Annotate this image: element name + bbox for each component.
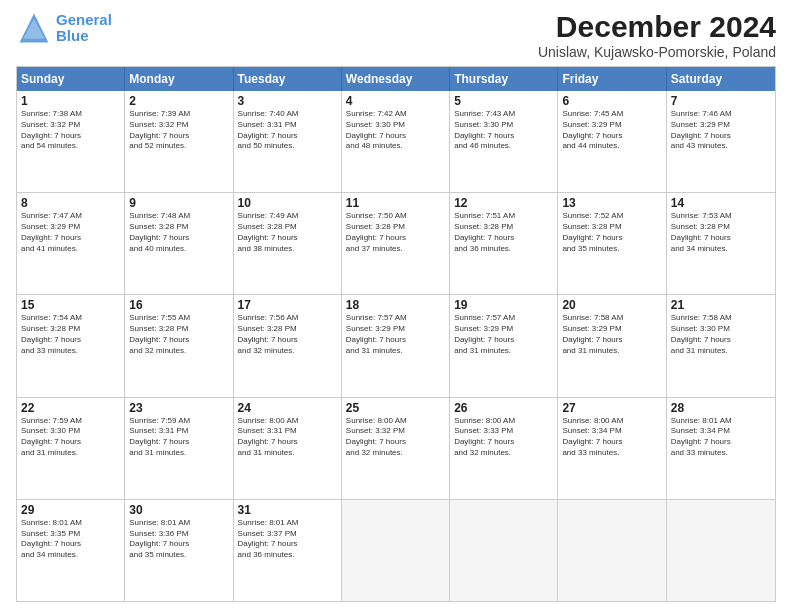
logo-text: General Blue (56, 12, 112, 45)
cal-cell: 11Sunrise: 7:50 AMSunset: 3:28 PMDayligh… (342, 193, 450, 294)
cal-cell: 9Sunrise: 7:48 AMSunset: 3:28 PMDaylight… (125, 193, 233, 294)
cal-cell: 25Sunrise: 8:00 AMSunset: 3:32 PMDayligh… (342, 398, 450, 499)
cal-cell: 17Sunrise: 7:56 AMSunset: 3:28 PMDayligh… (234, 295, 342, 396)
page: General Blue December 2024 Unislaw, Kuja… (0, 0, 792, 612)
cal-cell: 22Sunrise: 7:59 AMSunset: 3:30 PMDayligh… (17, 398, 125, 499)
cell-text: Sunrise: 8:01 AMSunset: 3:35 PMDaylight:… (21, 518, 120, 561)
cal-cell: 19Sunrise: 7:57 AMSunset: 3:29 PMDayligh… (450, 295, 558, 396)
header-day-thursday: Thursday (450, 67, 558, 91)
cell-text: Sunrise: 7:52 AMSunset: 3:28 PMDaylight:… (562, 211, 661, 254)
day-number: 18 (346, 298, 445, 312)
cal-cell: 4Sunrise: 7:42 AMSunset: 3:30 PMDaylight… (342, 91, 450, 192)
cal-cell: 30Sunrise: 8:01 AMSunset: 3:36 PMDayligh… (125, 500, 233, 601)
cal-cell: 2Sunrise: 7:39 AMSunset: 3:32 PMDaylight… (125, 91, 233, 192)
day-number: 17 (238, 298, 337, 312)
day-number: 8 (21, 196, 120, 210)
day-number: 19 (454, 298, 553, 312)
cal-cell: 21Sunrise: 7:58 AMSunset: 3:30 PMDayligh… (667, 295, 775, 396)
header-day-saturday: Saturday (667, 67, 775, 91)
cal-cell: 8Sunrise: 7:47 AMSunset: 3:29 PMDaylight… (17, 193, 125, 294)
day-number: 27 (562, 401, 661, 415)
week-row-4: 29Sunrise: 8:01 AMSunset: 3:35 PMDayligh… (17, 499, 775, 601)
cell-text: Sunrise: 7:53 AMSunset: 3:28 PMDaylight:… (671, 211, 771, 254)
cal-cell: 13Sunrise: 7:52 AMSunset: 3:28 PMDayligh… (558, 193, 666, 294)
day-number: 28 (671, 401, 771, 415)
week-row-2: 15Sunrise: 7:54 AMSunset: 3:28 PMDayligh… (17, 294, 775, 396)
cal-cell (558, 500, 666, 601)
day-number: 25 (346, 401, 445, 415)
day-number: 2 (129, 94, 228, 108)
cell-text: Sunrise: 7:46 AMSunset: 3:29 PMDaylight:… (671, 109, 771, 152)
cal-cell: 28Sunrise: 8:01 AMSunset: 3:34 PMDayligh… (667, 398, 775, 499)
cell-text: Sunrise: 8:00 AMSunset: 3:33 PMDaylight:… (454, 416, 553, 459)
day-number: 23 (129, 401, 228, 415)
cal-cell (342, 500, 450, 601)
cell-text: Sunrise: 7:57 AMSunset: 3:29 PMDaylight:… (454, 313, 553, 356)
cell-text: Sunrise: 7:48 AMSunset: 3:28 PMDaylight:… (129, 211, 228, 254)
header-day-sunday: Sunday (17, 67, 125, 91)
cal-cell: 10Sunrise: 7:49 AMSunset: 3:28 PMDayligh… (234, 193, 342, 294)
cell-text: Sunrise: 7:40 AMSunset: 3:31 PMDaylight:… (238, 109, 337, 152)
cell-text: Sunrise: 7:42 AMSunset: 3:30 PMDaylight:… (346, 109, 445, 152)
day-number: 21 (671, 298, 771, 312)
calendar-header: SundayMondayTuesdayWednesdayThursdayFrid… (17, 67, 775, 91)
day-number: 15 (21, 298, 120, 312)
logo-line2: Blue (56, 27, 89, 44)
cell-text: Sunrise: 7:49 AMSunset: 3:28 PMDaylight:… (238, 211, 337, 254)
day-number: 13 (562, 196, 661, 210)
day-number: 11 (346, 196, 445, 210)
cell-text: Sunrise: 7:43 AMSunset: 3:30 PMDaylight:… (454, 109, 553, 152)
week-row-0: 1Sunrise: 7:38 AMSunset: 3:32 PMDaylight… (17, 91, 775, 192)
cell-text: Sunrise: 7:39 AMSunset: 3:32 PMDaylight:… (129, 109, 228, 152)
cal-cell: 16Sunrise: 7:55 AMSunset: 3:28 PMDayligh… (125, 295, 233, 396)
day-number: 12 (454, 196, 553, 210)
cell-text: Sunrise: 7:54 AMSunset: 3:28 PMDaylight:… (21, 313, 120, 356)
cell-text: Sunrise: 8:00 AMSunset: 3:34 PMDaylight:… (562, 416, 661, 459)
cell-text: Sunrise: 8:01 AMSunset: 3:36 PMDaylight:… (129, 518, 228, 561)
cell-text: Sunrise: 7:51 AMSunset: 3:28 PMDaylight:… (454, 211, 553, 254)
cal-cell: 31Sunrise: 8:01 AMSunset: 3:37 PMDayligh… (234, 500, 342, 601)
day-number: 30 (129, 503, 228, 517)
header-day-monday: Monday (125, 67, 233, 91)
day-number: 29 (21, 503, 120, 517)
day-number: 26 (454, 401, 553, 415)
cell-text: Sunrise: 7:56 AMSunset: 3:28 PMDaylight:… (238, 313, 337, 356)
cal-cell: 20Sunrise: 7:58 AMSunset: 3:29 PMDayligh… (558, 295, 666, 396)
cal-cell: 26Sunrise: 8:00 AMSunset: 3:33 PMDayligh… (450, 398, 558, 499)
cal-cell: 27Sunrise: 8:00 AMSunset: 3:34 PMDayligh… (558, 398, 666, 499)
cell-text: Sunrise: 7:58 AMSunset: 3:29 PMDaylight:… (562, 313, 661, 356)
cal-cell: 5Sunrise: 7:43 AMSunset: 3:30 PMDaylight… (450, 91, 558, 192)
subtitle: Unislaw, Kujawsko-Pomorskie, Poland (538, 44, 776, 60)
cal-cell: 14Sunrise: 7:53 AMSunset: 3:28 PMDayligh… (667, 193, 775, 294)
cell-text: Sunrise: 7:59 AMSunset: 3:31 PMDaylight:… (129, 416, 228, 459)
calendar-body: 1Sunrise: 7:38 AMSunset: 3:32 PMDaylight… (17, 91, 775, 601)
cell-text: Sunrise: 8:01 AMSunset: 3:34 PMDaylight:… (671, 416, 771, 459)
day-number: 22 (21, 401, 120, 415)
cal-cell (450, 500, 558, 601)
day-number: 20 (562, 298, 661, 312)
day-number: 1 (21, 94, 120, 108)
day-number: 14 (671, 196, 771, 210)
cell-text: Sunrise: 8:00 AMSunset: 3:32 PMDaylight:… (346, 416, 445, 459)
logo: General Blue (16, 10, 112, 46)
day-number: 9 (129, 196, 228, 210)
cell-text: Sunrise: 7:45 AMSunset: 3:29 PMDaylight:… (562, 109, 661, 152)
week-row-3: 22Sunrise: 7:59 AMSunset: 3:30 PMDayligh… (17, 397, 775, 499)
header: General Blue December 2024 Unislaw, Kuja… (16, 10, 776, 60)
cal-cell: 15Sunrise: 7:54 AMSunset: 3:28 PMDayligh… (17, 295, 125, 396)
logo-icon (16, 10, 52, 46)
cell-text: Sunrise: 7:55 AMSunset: 3:28 PMDaylight:… (129, 313, 228, 356)
cal-cell: 18Sunrise: 7:57 AMSunset: 3:29 PMDayligh… (342, 295, 450, 396)
cal-cell: 23Sunrise: 7:59 AMSunset: 3:31 PMDayligh… (125, 398, 233, 499)
calendar: SundayMondayTuesdayWednesdayThursdayFrid… (16, 66, 776, 602)
cell-text: Sunrise: 7:59 AMSunset: 3:30 PMDaylight:… (21, 416, 120, 459)
day-number: 16 (129, 298, 228, 312)
cell-text: Sunrise: 7:47 AMSunset: 3:29 PMDaylight:… (21, 211, 120, 254)
day-number: 5 (454, 94, 553, 108)
cal-cell: 6Sunrise: 7:45 AMSunset: 3:29 PMDaylight… (558, 91, 666, 192)
title-block: December 2024 Unislaw, Kujawsko-Pomorski… (538, 10, 776, 60)
day-number: 3 (238, 94, 337, 108)
cell-text: Sunrise: 7:58 AMSunset: 3:30 PMDaylight:… (671, 313, 771, 356)
cal-cell: 12Sunrise: 7:51 AMSunset: 3:28 PMDayligh… (450, 193, 558, 294)
header-day-friday: Friday (558, 67, 666, 91)
